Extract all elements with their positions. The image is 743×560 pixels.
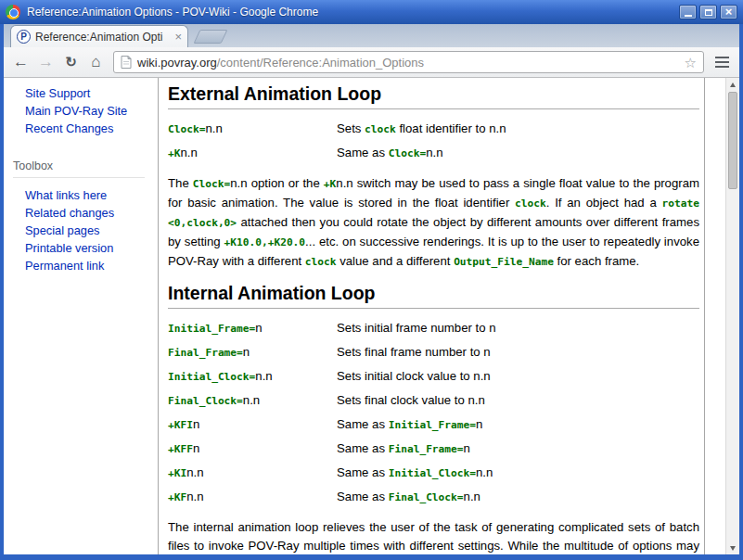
sidebar-link-site-support[interactable]: Site Support bbox=[4, 84, 158, 102]
text-run: Same as bbox=[337, 465, 389, 479]
arrow-down-icon bbox=[730, 546, 736, 551]
scroll-up-button[interactable] bbox=[726, 78, 739, 91]
tab-close-icon[interactable]: × bbox=[174, 31, 182, 43]
maximize-icon bbox=[705, 9, 712, 16]
definition-row: +Kn.nSame as Clock=n.n bbox=[168, 141, 699, 165]
vertical-scrollbar[interactable] bbox=[725, 78, 739, 554]
article-sections: External Animation LoopClock=n.nSets clo… bbox=[168, 83, 699, 554]
sidebar-link-what-links-here[interactable]: What links here bbox=[4, 186, 158, 204]
text-run: Same as bbox=[337, 417, 389, 431]
article-content: External Animation LoopClock=n.nSets clo… bbox=[158, 78, 705, 554]
sidebar-heading-toolbox: Toolbox bbox=[13, 159, 145, 178]
scroll-down-button[interactable] bbox=[726, 541, 739, 554]
sidebar-link-recent-changes[interactable]: Recent Changes bbox=[4, 120, 158, 137]
text-run: n.n bbox=[180, 146, 197, 159]
page-favicon-icon: P bbox=[17, 30, 31, 44]
back-button[interactable]: ← bbox=[8, 51, 33, 74]
sidebar-link-special-pages[interactable]: Special pages bbox=[4, 222, 158, 239]
body-paragraph: The internal animation loop relieves the… bbox=[168, 518, 699, 554]
text-run: n bbox=[193, 441, 199, 455]
option-term: +KFn.n bbox=[168, 485, 337, 509]
option-description: Sets final frame number to n bbox=[337, 340, 699, 364]
browser-client-area: P Reference:Animation Opti × ← → ↻ ⌂ wik… bbox=[4, 24, 739, 554]
inline-code: Initial_Clock= bbox=[389, 467, 476, 479]
browser-tab[interactable]: P Reference:Animation Opti × bbox=[10, 25, 188, 47]
text-run: n.n option or the bbox=[230, 176, 324, 190]
new-tab-button[interactable] bbox=[194, 30, 228, 44]
sidebar-link-related-changes[interactable]: Related changes bbox=[4, 204, 158, 222]
window-titlebar[interactable]: Reference:Animation Options - POV-Wiki -… bbox=[0, 0, 743, 24]
url-path: /content/Reference:Animation_Options bbox=[217, 56, 424, 70]
address-bar[interactable]: wiki.povray.org/content/Reference:Animat… bbox=[113, 51, 704, 73]
inline-code: Clock= bbox=[389, 147, 426, 159]
inline-code: clock bbox=[365, 123, 396, 135]
text-run: Sets initial clock value to n.n bbox=[337, 369, 491, 383]
body-paragraph: The Clock=n.n option or the +Kn.n switch… bbox=[168, 174, 699, 272]
option-description: Same as Clock=n.n bbox=[337, 141, 699, 165]
option-description: Same as Initial_Clock=n.n bbox=[337, 461, 699, 485]
text-run: for each frame. bbox=[554, 254, 639, 268]
inline-code: +KF bbox=[168, 491, 186, 503]
text-run: Sets final clock value to n.n bbox=[337, 393, 485, 407]
reload-button[interactable]: ↻ bbox=[58, 51, 83, 74]
text-run: n bbox=[193, 417, 199, 431]
option-description: Same as Initial_Frame=n bbox=[337, 413, 699, 437]
close-button[interactable]: × bbox=[720, 5, 737, 19]
arrow-up-icon bbox=[730, 83, 736, 87]
inline-code: +K bbox=[168, 147, 180, 159]
sidebar-link-main-pov-ray-site[interactable]: Main POV-Ray Site bbox=[4, 102, 158, 120]
definition-row: +KFFnSame as Final_Frame=n bbox=[168, 437, 699, 461]
text-run: n bbox=[243, 345, 250, 359]
option-description: Sets initial frame number to n bbox=[337, 316, 699, 340]
option-description: Same as Final_Frame=n bbox=[337, 437, 699, 461]
forward-button[interactable]: → bbox=[33, 51, 58, 74]
sidebar-link-permanent-link[interactable]: Permanent link bbox=[4, 257, 158, 274]
definition-row: +KFInSame as Initial_Frame=n bbox=[168, 413, 699, 437]
browser-window: Reference:Animation Options - POV-Wiki -… bbox=[0, 0, 743, 560]
inline-code: Initial_Clock= bbox=[168, 371, 255, 383]
text-run: n bbox=[464, 441, 470, 455]
text-run: n bbox=[476, 417, 482, 431]
inline-code: +K10.0,+K20.0 bbox=[224, 236, 306, 248]
section-heading: External Animation Loop bbox=[168, 83, 699, 109]
text-run: value and a different bbox=[337, 254, 455, 268]
option-description: Sets clock float identifier to n.n bbox=[337, 117, 699, 141]
option-term: +Kn.n bbox=[168, 141, 337, 165]
inline-code: +KI bbox=[168, 467, 186, 479]
maximize-button[interactable] bbox=[699, 5, 717, 19]
definition-row: Clock=n.nSets clock float identifier to … bbox=[168, 117, 699, 141]
option-term: Clock=n.n bbox=[168, 117, 337, 141]
window-title: Reference:Animation Options - POV-Wiki -… bbox=[27, 6, 679, 19]
minimize-button[interactable] bbox=[679, 5, 697, 19]
definition-list: Clock=n.nSets clock float identifier to … bbox=[168, 117, 699, 165]
hamburger-icon bbox=[715, 57, 729, 58]
text-run: The internal animation loop relieves the… bbox=[168, 520, 699, 554]
home-button[interactable]: ⌂ bbox=[83, 51, 109, 74]
chrome-logo-icon bbox=[6, 5, 20, 19]
definition-row: Initial_Clock=n.nSets initial clock valu… bbox=[168, 364, 699, 388]
inline-code: Final_Frame= bbox=[389, 443, 464, 455]
scrollbar-thumb[interactable] bbox=[728, 92, 737, 189]
option-term: Initial_Clock=n.n bbox=[168, 364, 337, 388]
inline-code: Initial_Frame= bbox=[168, 323, 255, 335]
text-run: Same as bbox=[337, 441, 389, 455]
sidebar-toolbox-group: What links hereRelated changesSpecial pa… bbox=[4, 186, 158, 274]
inline-code: +KFF bbox=[168, 443, 193, 455]
inline-code: clock bbox=[515, 197, 546, 210]
sidebar-link-printable-version[interactable]: Printable version bbox=[4, 239, 158, 257]
inline-code: Final_Clock= bbox=[389, 491, 464, 503]
option-term: Initial_Frame=n bbox=[168, 316, 337, 340]
text-run: n.n bbox=[255, 369, 272, 383]
tab-strip: P Reference:Animation Opti × bbox=[4, 24, 739, 47]
text-run: Same as bbox=[337, 490, 389, 503]
page-icon bbox=[121, 56, 132, 69]
window-controls: × bbox=[679, 5, 737, 19]
bookmark-star-icon[interactable]: ☆ bbox=[685, 56, 697, 70]
text-run: n.n bbox=[186, 490, 203, 503]
menu-button[interactable] bbox=[709, 51, 735, 74]
option-term: +KIn.n bbox=[168, 461, 337, 485]
sidebar-nav-group: Site SupportMain POV-Ray SiteRecent Chan… bbox=[4, 84, 158, 137]
option-description: Same as Final_Clock=n.n bbox=[337, 485, 699, 509]
inline-code: clock bbox=[305, 256, 337, 268]
option-term: +KFFn bbox=[168, 437, 337, 461]
